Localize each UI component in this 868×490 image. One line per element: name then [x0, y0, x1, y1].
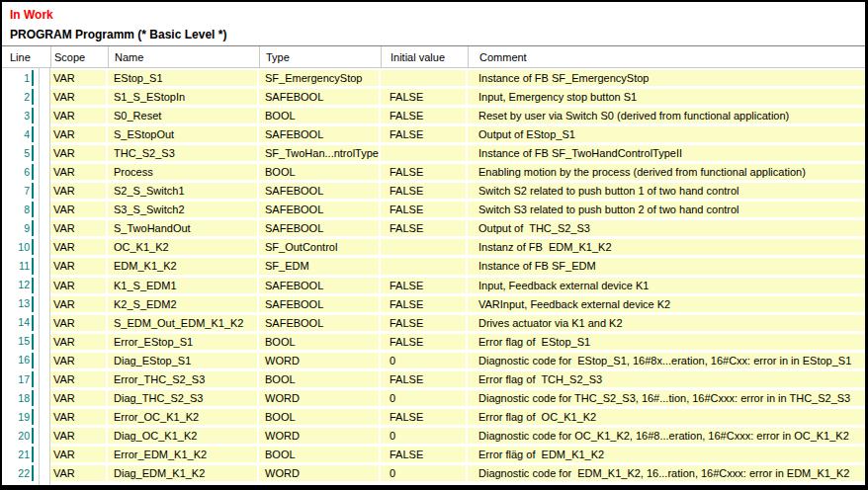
scope-cell[interactable]: VAR — [50, 164, 108, 180]
initial-value-cell[interactable]: FALSE — [381, 126, 468, 142]
scope-cell[interactable]: VAR — [50, 89, 108, 105]
table-row[interactable]: 12 VAR K1_S_EDM1 SAFEBOOL FALSE Input, F… — [2, 278, 865, 293]
name-cell[interactable]: S_EStopOut — [108, 126, 259, 142]
comment-cell[interactable]: Switch S3 related to push button 2 of tw… — [468, 202, 865, 217]
type-cell[interactable]: SAFEBOOL — [259, 315, 381, 331]
scope-cell[interactable]: VAR — [50, 239, 108, 255]
comment-cell[interactable]: Diagnostic code for OC_K1_K2, 16#8...era… — [468, 428, 865, 444]
scope-cell[interactable]: VAR — [50, 353, 108, 368]
scope-cell[interactable]: VAR — [50, 278, 108, 293]
column-header-type[interactable]: Type — [259, 46, 381, 67]
initial-value-cell[interactable]: FALSE — [381, 108, 468, 123]
initial-value-cell[interactable]: FALSE — [381, 89, 468, 105]
table-row[interactable]: 5 VAR THC_S2_S3 SF_TwoHan...ntrolTypeII … — [2, 145, 865, 161]
initial-value-cell[interactable]: FALSE — [381, 183, 468, 199]
name-cell[interactable]: Error_THC_S2_S3 — [108, 371, 259, 387]
type-cell[interactable]: SAFEBOOL — [259, 296, 381, 312]
initial-value-cell[interactable]: 0 — [381, 353, 468, 368]
initial-value-cell[interactable]: 0 — [381, 428, 468, 444]
type-cell[interactable]: WORD — [259, 465, 381, 481]
table-row[interactable]: 14 VAR S_EDM_Out_EDM_K1_K2 SAFEBOOL FALS… — [2, 315, 865, 331]
comment-cell[interactable]: Instance of FB SF_EmergencyStop — [468, 70, 865, 86]
comment-cell[interactable]: Error flag of TCH_S2_S3 — [468, 371, 865, 387]
initial-value-cell[interactable] — [381, 258, 468, 274]
line-number-cell[interactable]: 18 — [2, 390, 39, 406]
table-row[interactable]: 9 VAR S_TwoHandOut SAFEBOOL FALSE Output… — [2, 220, 865, 236]
table-row[interactable]: 22 VAR Diag_EDM_K1_K2 WORD 0 Diagnostic … — [2, 465, 865, 481]
table-row[interactable]: 19 VAR Error_OC_K1_K2 BOOL FALSE Error f… — [2, 409, 865, 425]
line-number-cell[interactable]: 13 — [2, 296, 39, 312]
type-cell[interactable]: SAFEBOOL — [259, 278, 381, 293]
column-header-line[interactable]: Line — [2, 46, 50, 67]
line-number-cell[interactable]: 2 — [2, 89, 39, 105]
comment-cell[interactable]: Enabling motion by the process (derived … — [468, 164, 865, 180]
scope-cell[interactable]: VAR — [50, 202, 108, 217]
line-number-cell[interactable]: 16 — [2, 353, 39, 368]
line-number-cell[interactable]: 22 — [2, 465, 39, 481]
initial-value-cell[interactable]: FALSE — [381, 220, 468, 236]
scope-cell[interactable]: VAR — [50, 315, 108, 331]
column-header-initial-value[interactable]: Initial value — [381, 46, 468, 67]
table-row[interactable]: 3 VAR S0_Reset BOOL FALSE Reset by user … — [2, 108, 865, 123]
comment-cell[interactable]: Instance of FB SF_TwoHandControlTypeII — [468, 145, 865, 161]
table-row[interactable]: 15 VAR Error_EStop_S1 BOOL FALSE Error f… — [2, 334, 865, 350]
comment-cell[interactable]: Diagnostic code for EDM_K1_K2, 16...rati… — [468, 465, 865, 481]
name-cell[interactable]: Error_EDM_K1_K2 — [108, 447, 259, 462]
type-cell[interactable]: BOOL — [259, 447, 381, 462]
comment-cell[interactable]: Diagnostic code for EStop_S1, 16#8x...er… — [468, 353, 865, 368]
type-cell[interactable]: SF_EDM — [259, 258, 381, 274]
line-number-cell[interactable]: 9 — [2, 220, 39, 236]
table-row[interactable]: 13 VAR K2_S_EDM2 SAFEBOOL FALSE VARInput… — [2, 296, 865, 312]
type-cell[interactable]: SF_OutControl — [259, 239, 381, 255]
table-row[interactable]: 6 VAR Process BOOL FALSE Enabling motion… — [2, 164, 865, 180]
type-cell[interactable]: BOOL — [259, 334, 381, 350]
type-cell[interactable]: SAFEBOOL — [259, 89, 381, 105]
type-cell[interactable]: BOOL — [259, 371, 381, 387]
table-row[interactable]: 17 VAR Error_THC_S2_S3 BOOL FALSE Error … — [2, 371, 865, 387]
line-number-cell[interactable]: 11 — [2, 258, 39, 274]
line-number-cell[interactable]: 19 — [2, 409, 39, 425]
line-number-cell[interactable]: 12 — [2, 278, 39, 293]
line-number-cell[interactable]: 17 — [2, 371, 39, 387]
comment-cell[interactable]: Output of THC_S2_S3 — [468, 220, 865, 236]
table-row[interactable]: 1 VAR EStop_S1 SF_EmergencyStop Instance… — [2, 70, 865, 86]
name-cell[interactable]: S_TwoHandOut — [108, 220, 259, 236]
table-row[interactable]: 20 VAR Diag_OC_K1_K2 WORD 0 Diagnostic c… — [2, 428, 865, 444]
scope-cell[interactable]: VAR — [50, 70, 108, 86]
table-row[interactable]: 21 VAR Error_EDM_K1_K2 BOOL FALSE Error … — [2, 447, 865, 462]
scope-cell[interactable]: VAR — [50, 145, 108, 161]
name-cell[interactable]: Error_OC_K1_K2 — [108, 409, 259, 425]
line-number-cell[interactable]: 4 — [2, 126, 39, 142]
type-cell[interactable]: SF_EmergencyStop — [259, 70, 381, 86]
table-row[interactable]: 11 VAR EDM_K1_K2 SF_EDM Instance of FB S… — [2, 258, 865, 274]
scope-cell[interactable]: VAR — [50, 390, 108, 406]
initial-value-cell[interactable] — [381, 239, 468, 255]
initial-value-cell[interactable]: FALSE — [381, 334, 468, 350]
line-number-cell[interactable]: 14 — [2, 315, 39, 331]
scope-cell[interactable]: VAR — [50, 296, 108, 312]
initial-value-cell[interactable]: FALSE — [381, 202, 468, 217]
initial-value-cell[interactable]: FALSE — [381, 296, 468, 312]
name-cell[interactable]: THC_S2_S3 — [108, 145, 259, 161]
name-cell[interactable]: S0_Reset — [108, 108, 259, 123]
initial-value-cell[interactable]: FALSE — [381, 164, 468, 180]
scope-cell[interactable]: VAR — [50, 371, 108, 387]
scope-cell[interactable]: VAR — [50, 465, 108, 481]
line-number-cell[interactable]: 7 — [2, 183, 39, 199]
initial-value-cell[interactable]: 0 — [381, 465, 468, 481]
type-cell[interactable]: SAFEBOOL — [259, 183, 381, 199]
table-row[interactable]: 10 VAR OC_K1_K2 SF_OutControl Instanz of… — [2, 239, 865, 255]
name-cell[interactable]: Diag_EDM_K1_K2 — [108, 465, 259, 481]
name-cell[interactable]: S3_S_Switch2 — [108, 202, 259, 217]
scope-cell[interactable]: VAR — [50, 220, 108, 236]
scope-cell[interactable]: VAR — [50, 126, 108, 142]
type-cell[interactable]: SAFEBOOL — [259, 126, 381, 142]
scope-cell[interactable]: VAR — [50, 258, 108, 274]
table-row[interactable]: 16 VAR Diag_EStop_S1 WORD 0 Diagnostic c… — [2, 353, 865, 368]
name-cell[interactable]: Diag_OC_K1_K2 — [108, 428, 259, 444]
comment-cell[interactable]: Input, Emergency stop button S1 — [468, 89, 865, 105]
name-cell[interactable]: Error_EStop_S1 — [108, 334, 259, 350]
type-cell[interactable]: WORD — [259, 390, 381, 406]
name-cell[interactable]: S2_S_Switch1 — [108, 183, 259, 199]
name-cell[interactable]: S_EDM_Out_EDM_K1_K2 — [108, 315, 259, 331]
